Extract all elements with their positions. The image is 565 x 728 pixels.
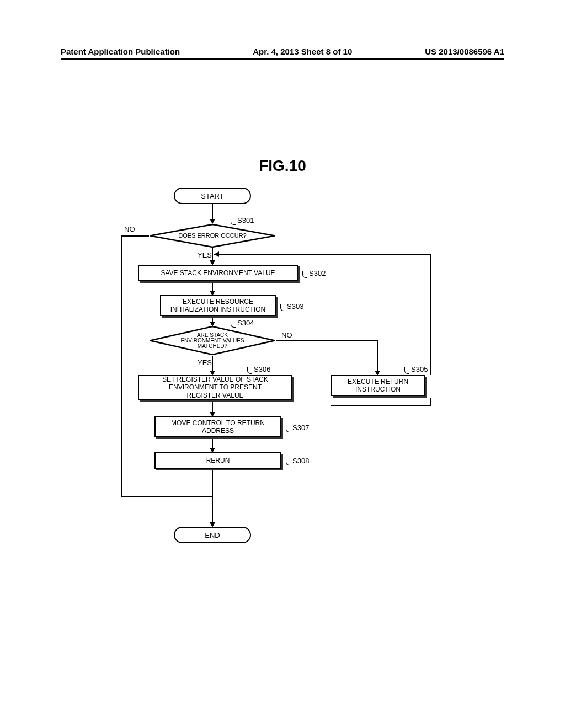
step-s304: S304 bbox=[237, 319, 254, 327]
step-s306: S306 bbox=[254, 365, 270, 373]
step-s303: S303 bbox=[287, 302, 303, 311]
process-move-control: MOVE CONTROL TO RETURN ADDRESS bbox=[154, 416, 281, 437]
end-terminal: END bbox=[174, 527, 251, 543]
start-terminal: START bbox=[174, 188, 251, 204]
process-execute-return: EXECUTE RETURN INSTRUCTION bbox=[331, 375, 425, 396]
process-rerun: RERUN bbox=[154, 452, 281, 469]
yes-label-2: YES bbox=[198, 358, 212, 367]
step-s302: S302 bbox=[309, 269, 326, 277]
process-set-register: SET REGISTER VALUE OF STACK ENVIRONMENT … bbox=[138, 375, 292, 400]
step-s301: S301 bbox=[237, 216, 254, 224]
header-center: Apr. 4, 2013 Sheet 8 of 10 bbox=[253, 47, 352, 56]
flowchart: START DOES ERROR OCCUR? S301 NO YES SAVE… bbox=[110, 188, 452, 552]
step-s308: S308 bbox=[292, 457, 309, 465]
no-label-2: NO bbox=[281, 331, 292, 339]
header-right: US 2013/0086596 A1 bbox=[425, 47, 504, 56]
header-left: Patent Application Publication bbox=[61, 47, 180, 56]
process-save-stack: SAVE STACK ENVIRONMENT VALUE bbox=[138, 265, 298, 281]
step-s307: S307 bbox=[292, 424, 309, 432]
decision-stack-matched: ARE STACK ENVIRONMENT VALUES MATCHED? bbox=[149, 325, 276, 356]
decision-error-occur: DOES ERROR OCCUR? bbox=[149, 223, 276, 248]
step-s305: S305 bbox=[411, 365, 428, 373]
figure-title: FIG.10 bbox=[259, 157, 306, 175]
yes-label-1: YES bbox=[198, 251, 212, 259]
page-header: Patent Application Publication Apr. 4, 2… bbox=[61, 47, 504, 60]
process-execute-resource: EXECUTE RESOURCE INITIALIZATION INSTRUCT… bbox=[160, 295, 276, 316]
no-label-1: NO bbox=[124, 225, 135, 233]
